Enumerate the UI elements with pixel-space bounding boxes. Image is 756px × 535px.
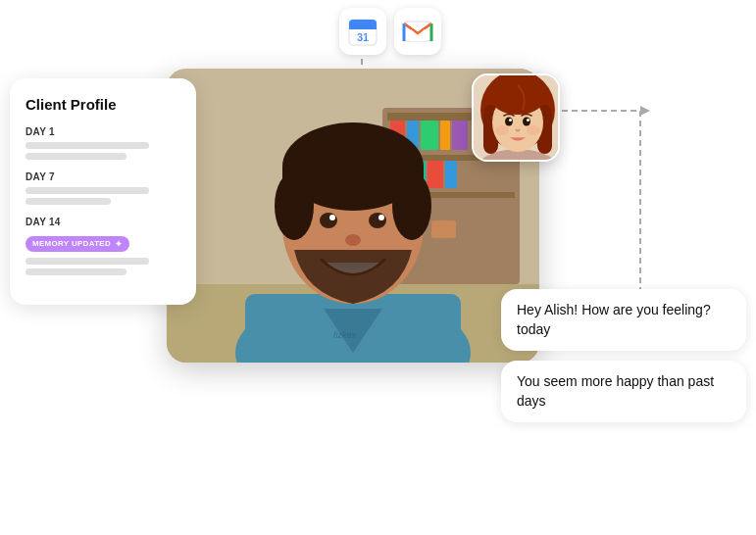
svg-text:fizkes: fizkes — [333, 330, 357, 340]
chat-bubble-1-text: Hey Alish! How are you feeling? today — [517, 302, 711, 337]
day1-bar2 — [25, 153, 126, 160]
gmail-icon[interactable] — [394, 8, 441, 55]
sparkle-icon: ✦ — [115, 239, 123, 249]
svg-rect-2 — [349, 25, 377, 29]
day1-section: DAY 1 — [25, 126, 180, 160]
svg-point-34 — [369, 213, 386, 228]
svg-point-48 — [509, 119, 512, 122]
day14-bars — [25, 258, 180, 275]
day1-bars — [25, 142, 180, 160]
svg-point-37 — [345, 234, 361, 246]
svg-point-49 — [527, 119, 529, 122]
day1-label: DAY 1 — [25, 126, 180, 137]
svg-point-32 — [392, 171, 431, 240]
svg-point-51 — [527, 125, 540, 135]
day7-label: DAY 7 — [25, 171, 180, 182]
svg-point-33 — [320, 213, 337, 228]
chat-bubble-1: Hey Alish! How are you feeling? today — [501, 289, 746, 351]
memory-badge: MEMORY UPDATED ✦ — [25, 236, 129, 252]
svg-text:31: 31 — [356, 31, 368, 43]
card-title: Client Profile — [25, 96, 180, 113]
svg-point-31 — [275, 171, 314, 240]
chat-bubble-2-text: You seem more happy than past days — [517, 373, 714, 409]
day7-bars — [25, 187, 180, 205]
chat-area: Hey Alish! How are you feeling? today Yo… — [501, 289, 746, 422]
svg-point-50 — [495, 125, 509, 135]
day14-bar1 — [25, 258, 149, 265]
day14-section: DAY 14 MEMORY UPDATED ✦ — [25, 217, 180, 275]
day14-label: DAY 14 — [25, 217, 180, 227]
svg-point-46 — [505, 118, 513, 126]
svg-point-35 — [329, 215, 335, 220]
day7-section: DAY 7 — [25, 171, 180, 205]
day1-bar1 — [25, 142, 149, 149]
memory-badge-text: MEMORY UPDATED — [32, 239, 111, 248]
day14-bar2 — [25, 268, 126, 275]
svg-point-47 — [523, 118, 530, 126]
calendar-icon[interactable]: 31 — [339, 8, 386, 55]
chat-bubble-2: You seem more happy than past days — [501, 361, 746, 422]
svg-point-36 — [378, 215, 384, 220]
day7-bar2 — [25, 198, 111, 205]
ai-avatar — [472, 73, 560, 162]
svg-point-45 — [490, 79, 545, 115]
client-profile-card: Client Profile DAY 1 DAY 7 DAY 14 MEMORY… — [10, 78, 196, 305]
svg-marker-53 — [640, 106, 650, 116]
day7-bar1 — [25, 187, 149, 194]
app-icons-row: 31 — [339, 8, 441, 55]
